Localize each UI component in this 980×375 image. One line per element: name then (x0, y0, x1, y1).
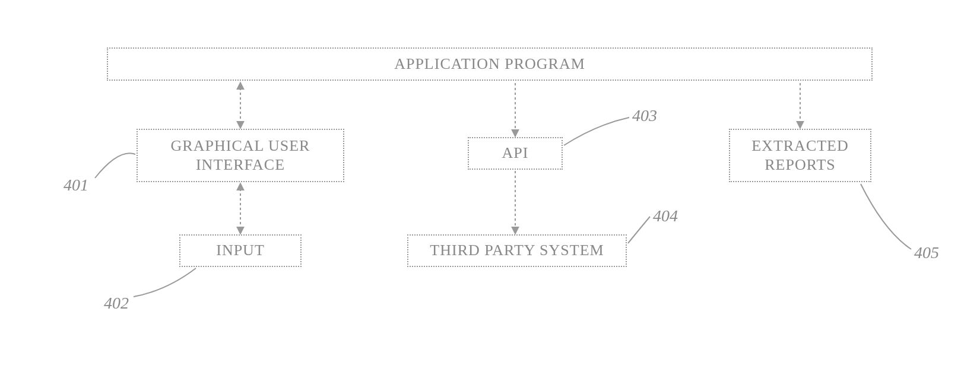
box-api: API (468, 137, 563, 170)
ref-label-405: 405 (914, 243, 939, 262)
leader-405 (861, 184, 911, 249)
ref-label-401: 401 (64, 176, 88, 195)
leader-401 (95, 153, 135, 178)
leader-404 (628, 217, 650, 243)
leader-403 (564, 117, 629, 145)
box-label: APPLICATION PROGRAM (394, 55, 585, 74)
box-application-program: APPLICATION PROGRAM (107, 47, 873, 81)
box-extracted-reports: EXTRACTED REPORTS (729, 129, 871, 182)
leader-402 (134, 268, 196, 297)
ref-label-402: 402 (104, 294, 129, 313)
box-label: API (502, 144, 529, 163)
box-third-party: THIRD PARTY SYSTEM (407, 234, 627, 267)
box-label: THIRD PARTY SYSTEM (430, 241, 604, 260)
ref-label-403: 403 (632, 106, 657, 125)
box-input: INPUT (179, 234, 302, 267)
box-label: INPUT (216, 241, 265, 260)
box-label: EXTRACTED REPORTS (735, 136, 865, 175)
diagram-stage: APPLICATION PROGRAM GRAPHICAL USER INTER… (0, 0, 980, 375)
box-label: GRAPHICAL USER INTERFACE (142, 136, 338, 175)
ref-label-404: 404 (653, 206, 678, 225)
box-gui: GRAPHICAL USER INTERFACE (137, 129, 344, 182)
